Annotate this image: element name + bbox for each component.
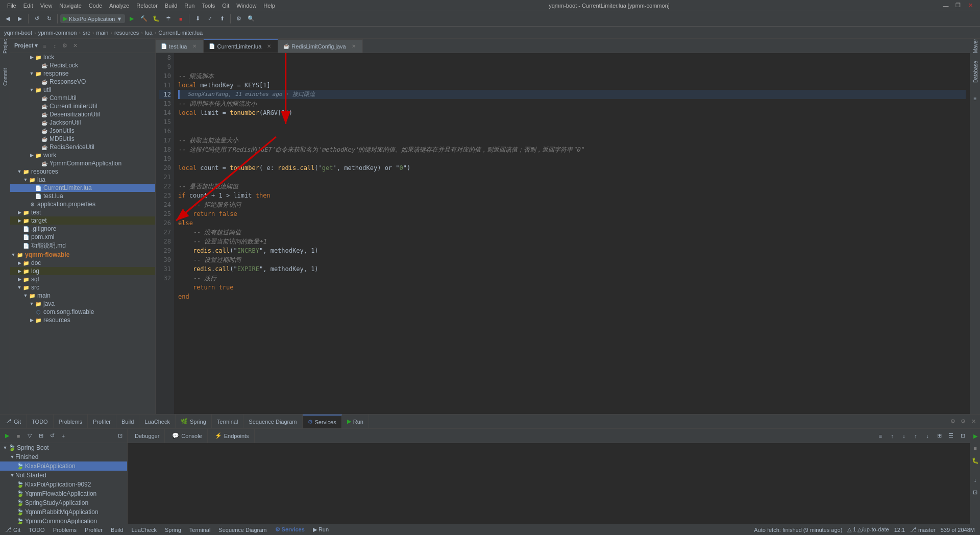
tree-item-gitignore[interactable]: 📄 .gitignore — [10, 225, 155, 233]
svc-item-klxx9092[interactable]: 🍃 KlxxPoiApplication-9092 — [0, 480, 127, 489]
tree-item-main2[interactable]: ▼ 📁 main — [10, 291, 155, 300]
tab-testlua[interactable]: 📄 test.lua ✕ — [156, 39, 204, 53]
git-commit-button[interactable]: ✓ — [204, 13, 215, 25]
tab-close-currentlimiter[interactable]: ✕ — [265, 43, 273, 50]
tree-item-response[interactable]: ▼ 📁 response — [10, 69, 155, 78]
status-profiler[interactable]: Profiler — [83, 527, 105, 533]
tab-close-testlua[interactable]: ✕ — [191, 43, 198, 50]
breadcrumb-file[interactable]: CurrentLimiter.lua — [158, 30, 203, 36]
tree-item-resources2[interactable]: ▶ 📁 resources — [10, 316, 155, 324]
sub-action-1[interactable]: ≡ — [875, 431, 886, 441]
svc-stop-btn[interactable]: ■ — [13, 431, 23, 441]
maven-icon[interactable]: Maven — [971, 41, 980, 50]
tree-item-pomxml[interactable]: 📄 pom.xml — [10, 233, 155, 241]
menu-file[interactable]: File — [4, 2, 19, 10]
svc-item-yqmmrabbit[interactable]: 🍃 YqmmRabbitMqApplication — [0, 507, 127, 517]
tab-endpoints[interactable]: ⚡ Endpoints — [210, 429, 255, 443]
tab-terminal[interactable]: Terminal — [212, 415, 244, 429]
tree-item-sql[interactable]: ▶ 📁 sql — [10, 275, 155, 283]
status-branch[interactable]: ⎇ master — [908, 526, 938, 533]
status-position[interactable]: 12:1 — [892, 526, 907, 533]
tab-profiler[interactable]: Profiler — [88, 415, 116, 429]
svc-layout-btn[interactable]: ⊡ — [115, 431, 125, 441]
tree-item-commutil[interactable]: ☕ CommUtil — [10, 94, 155, 102]
tab-problems[interactable]: Problems — [54, 415, 88, 429]
menu-tools[interactable]: Tools — [199, 2, 218, 10]
sub-action-layout[interactable]: ⊡ — [958, 431, 968, 441]
svc-run-btn[interactable]: ▶ — [2, 431, 12, 441]
sub-action-3[interactable]: ↓ — [899, 431, 909, 441]
menu-refactor[interactable]: Refactor — [133, 2, 161, 10]
svc-item-springstudy[interactable]: 🍃 SpringStudyApplication — [0, 498, 127, 507]
tree-item-responsevo[interactable]: ☕ ResponseVO — [10, 78, 155, 86]
tree-item-util[interactable]: ▼ 📁 util — [10, 86, 155, 94]
svc-refresh-btn[interactable]: ↺ — [47, 431, 57, 441]
status-seqdiagram[interactable]: Sequence Diagram — [216, 527, 268, 533]
tree-item-lua[interactable]: ▼ 📁 lua — [10, 176, 155, 184]
tab-currentlimiter[interactable]: 📄 CurrentLimiter.lua ✕ — [204, 39, 278, 53]
sub-action-5[interactable]: ↓ — [922, 431, 933, 441]
status-autofetch[interactable]: Auto fetch: finished (9 minutes ago) — [752, 526, 844, 533]
menu-help[interactable]: Help — [260, 2, 278, 10]
sub-action-6[interactable]: ⊞ — [934, 431, 944, 441]
svc-item-yqmmflowable[interactable]: 🍃 YqmmFlowableApplication — [0, 489, 127, 498]
tree-item-src2[interactable]: ▼ 📁 src — [10, 283, 155, 291]
tab-redislimitconfig[interactable]: ☕ RedisLimitConfig.java ✕ — [278, 39, 362, 53]
code-content[interactable]: -- 限流脚本 local methodKey = KEYS [1] SongX… — [174, 53, 970, 414]
status-git-icon[interactable]: ⎇ Git — [3, 526, 22, 533]
tree-item-test[interactable]: ▶ 📁 test — [10, 208, 155, 216]
status-problems[interactable]: Problems — [51, 527, 79, 533]
sub-action-7[interactable]: ☰ — [946, 431, 956, 441]
svc-item-klxxpoi[interactable]: 🍃 KlxxPoiApplication — [0, 461, 127, 471]
commit-icon[interactable]: Commit — [1, 72, 10, 82]
coverage-button[interactable]: ☂ — [163, 13, 174, 25]
menu-code[interactable]: Code — [86, 2, 105, 10]
tree-item-yqmm-flowable[interactable]: ▼ 📁 yqmm-flowable — [10, 251, 155, 259]
debug-button[interactable]: 🐛 — [151, 13, 162, 25]
status-vcs[interactable]: △ 1 △/up-to-date — [845, 526, 891, 533]
menu-bar[interactable]: File Edit View Navigate Code Analyze Ref… — [4, 2, 278, 10]
database-icon[interactable]: Database — [971, 67, 980, 77]
breadcrumb-lua[interactable]: lua — [145, 30, 153, 36]
settings-btn[interactable]: ⚙ — [60, 41, 69, 51]
maximize-button[interactable]: ❐ — [952, 1, 964, 10]
codeglance-icon[interactable]: ≡ — [971, 94, 980, 103]
forward-btn[interactable]: ▶ — [14, 13, 26, 25]
back-btn[interactable]: ◀ — [2, 13, 13, 25]
git-push-button[interactable]: ⬆ — [216, 13, 228, 25]
stop-button[interactable]: ■ — [175, 13, 186, 25]
tree-item-jsonutils[interactable]: ☕ JsonUtils — [10, 127, 155, 135]
menu-analyze[interactable]: Analyze — [106, 2, 132, 10]
tree-item-testlua[interactable]: 📄 test.lua — [10, 192, 155, 200]
tree-item-comsong[interactable]: ⬡ com.song.flowable — [10, 308, 155, 316]
minimize-button[interactable]: — — [940, 1, 951, 10]
tab-debugger[interactable]: Debugger — [130, 429, 165, 443]
hide-panel-action[interactable]: ✕ — [969, 417, 978, 426]
tab-run[interactable]: ▶ Run — [342, 415, 369, 429]
tree-item-resources[interactable]: ▼ 📁 resources — [10, 167, 155, 176]
tree-item-work[interactable]: ▶ 📁 work — [10, 151, 155, 159]
close-panel-btn[interactable]: ✕ — [70, 41, 80, 51]
tree-item-jacksonutil[interactable]: ☕ JacksonUtil — [10, 118, 155, 127]
collapse-all-btn[interactable]: ≡ — [40, 41, 49, 51]
svc-group-btn[interactable]: ⊞ — [36, 431, 46, 441]
status-spring[interactable]: Spring — [163, 527, 183, 533]
run-button[interactable]: ▶ — [126, 13, 137, 25]
menu-view[interactable]: View — [37, 2, 56, 10]
menu-navigate[interactable]: Navigate — [56, 2, 84, 10]
svc-item-notstarted[interactable]: ▼ Not Started — [0, 471, 127, 480]
status-build[interactable]: Build — [109, 527, 125, 533]
breadcrumb-yqmm[interactable]: yqmm-boot — [4, 30, 32, 36]
project-icon[interactable]: Project — [1, 41, 10, 50]
search-everywhere[interactable]: 🔍 — [246, 13, 257, 25]
tree-item-redislock[interactable]: ☕ RedisLock — [10, 61, 155, 69]
tree-item-gongneng[interactable]: 📄 功能说明.md — [10, 241, 155, 251]
tree-item-appprops[interactable]: ⚙ application.properties — [10, 200, 155, 208]
window-controls[interactable]: — ❐ ✕ — [940, 1, 976, 10]
settings-action[interactable]: ⚙ — [948, 417, 958, 426]
menu-edit[interactable]: Edit — [20, 2, 36, 10]
menu-window[interactable]: Window — [233, 2, 259, 10]
menu-build[interactable]: Build — [162, 2, 180, 10]
breadcrumb-src[interactable]: src — [83, 30, 90, 36]
menu-git[interactable]: Git — [219, 2, 232, 10]
